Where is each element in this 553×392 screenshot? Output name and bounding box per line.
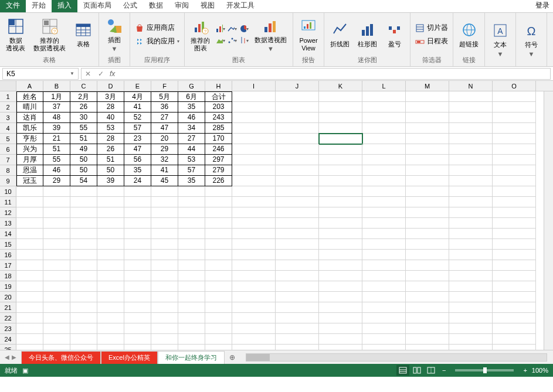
cell[interactable]: 50 — [97, 165, 124, 176]
tab-视图[interactable]: 视图 — [195, 0, 220, 12]
cell[interactable] — [276, 345, 319, 350]
cell[interactable] — [205, 218, 232, 229]
recommend-charts-button[interactable]: ? 推荐的 图表 — [188, 16, 212, 53]
cell[interactable] — [43, 292, 70, 302]
cell[interactable] — [232, 292, 276, 302]
cell[interactable] — [276, 102, 319, 113]
cell[interactable] — [406, 239, 449, 250]
zoom-out-button[interactable]: − — [442, 367, 446, 374]
cell[interactable] — [16, 207, 43, 218]
cell[interactable]: 55 — [43, 155, 70, 165]
cell[interactable] — [97, 239, 124, 250]
cell[interactable] — [70, 197, 97, 207]
cell[interactable]: 4月 — [124, 91, 151, 102]
cell[interactable] — [97, 207, 124, 218]
cell[interactable] — [232, 271, 276, 281]
sheet-tab[interactable]: 和你一起终身学习 — [158, 351, 225, 364]
cell[interactable] — [319, 197, 362, 207]
cell[interactable] — [362, 313, 406, 323]
cell[interactable] — [16, 334, 43, 345]
cell[interactable] — [16, 239, 43, 250]
cell[interactable] — [43, 334, 70, 345]
cell[interactable] — [232, 123, 276, 134]
cell[interactable] — [43, 345, 70, 350]
cell[interactable] — [151, 323, 178, 334]
cell[interactable] — [151, 229, 178, 239]
cell[interactable] — [178, 302, 205, 313]
cell[interactable] — [151, 313, 178, 323]
cell[interactable] — [70, 271, 97, 281]
cell[interactable] — [97, 334, 124, 345]
cell[interactable] — [276, 176, 319, 186]
cell[interactable] — [124, 260, 151, 271]
row-header[interactable]: 17 — [0, 260, 16, 271]
sparkline-column-button[interactable]: 柱形图 — [355, 19, 379, 49]
cell[interactable] — [276, 302, 319, 313]
cell[interactable] — [449, 113, 493, 123]
cell[interactable] — [406, 197, 449, 207]
cell[interactable] — [232, 197, 276, 207]
cell[interactable]: 36 — [151, 102, 178, 113]
cell[interactable]: 29 — [151, 144, 178, 155]
cells-area[interactable]: 姓名1月2月3月4月5月6月合计晴川372628413635203达肖48304… — [16, 91, 536, 350]
illustrations-button[interactable]: 插图 ▼ — [103, 15, 126, 54]
cell[interactable] — [70, 260, 97, 271]
cell[interactable]: 297 — [205, 155, 232, 165]
cell[interactable] — [205, 260, 232, 271]
cell[interactable] — [232, 345, 276, 350]
cell[interactable] — [43, 313, 70, 323]
cell[interactable]: 24 — [124, 176, 151, 186]
cell[interactable] — [276, 123, 319, 134]
row-header[interactable]: 19 — [0, 281, 16, 292]
cell[interactable] — [276, 134, 319, 144]
cell[interactable] — [319, 123, 362, 134]
cell[interactable] — [205, 313, 232, 323]
stock-chart-icon[interactable]: ▾ — [239, 36, 249, 45]
cell[interactable] — [43, 281, 70, 292]
pivot-table-button[interactable]: 数据 透视表 — [4, 16, 28, 53]
cell[interactable] — [493, 250, 536, 260]
cell[interactable] — [151, 271, 178, 281]
cell[interactable] — [276, 165, 319, 176]
cell[interactable] — [151, 281, 178, 292]
cell[interactable] — [406, 176, 449, 186]
row-header[interactable]: 3 — [0, 113, 16, 123]
cell[interactable] — [493, 302, 536, 313]
line-chart-icon[interactable]: ▾ — [228, 24, 237, 33]
cell[interactable] — [362, 207, 406, 218]
cell[interactable] — [362, 323, 406, 334]
cell[interactable] — [178, 207, 205, 218]
column-header[interactable]: N — [449, 81, 493, 91]
cell[interactable] — [178, 239, 205, 250]
enter-formula-icon[interactable]: ✓ — [94, 70, 107, 78]
cell[interactable] — [151, 345, 178, 350]
cell[interactable] — [16, 250, 43, 260]
cell[interactable]: 45 — [151, 176, 178, 186]
cell[interactable] — [16, 260, 43, 271]
row-header[interactable]: 18 — [0, 271, 16, 281]
cell[interactable]: 57 — [124, 123, 151, 134]
cell[interactable] — [16, 197, 43, 207]
recommend-pivot-button[interactable]: ? 推荐的 数据透视表 — [31, 16, 68, 53]
cell[interactable] — [276, 292, 319, 302]
cell[interactable] — [151, 186, 178, 197]
row-header[interactable]: 25 — [0, 345, 16, 350]
cell[interactable] — [449, 91, 493, 102]
cell[interactable] — [493, 134, 536, 144]
cell[interactable] — [449, 197, 493, 207]
cell[interactable] — [70, 313, 97, 323]
cell[interactable] — [205, 302, 232, 313]
cell[interactable] — [493, 186, 536, 197]
cell[interactable] — [124, 218, 151, 229]
cell[interactable] — [449, 134, 493, 144]
cell[interactable]: 20 — [151, 134, 178, 144]
cell[interactable] — [151, 197, 178, 207]
cell[interactable] — [449, 292, 493, 302]
cell[interactable]: 49 — [70, 144, 97, 155]
slicer-button[interactable]: 切片器 — [414, 22, 449, 34]
cell[interactable]: 44 — [178, 144, 205, 155]
cell[interactable] — [151, 207, 178, 218]
cell[interactable]: 27 — [151, 113, 178, 123]
cell[interactable] — [97, 323, 124, 334]
cell[interactable] — [319, 155, 362, 165]
